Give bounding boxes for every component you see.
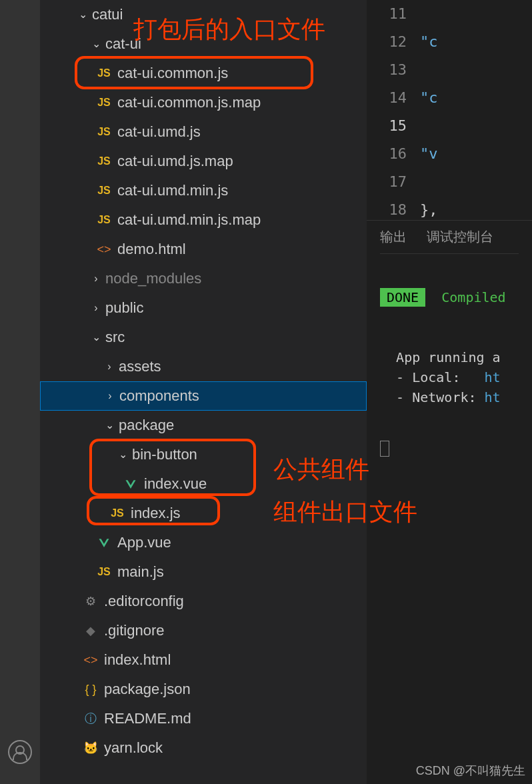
html-icon: <> — [96, 235, 112, 264]
bottom-panel: 输出 调试控制台 DONE Compiled App running a - L… — [367, 220, 532, 784]
editor-area: 11 12 13 14 15 16 17 18 "c "c "v }, "dev… — [367, 0, 532, 784]
file-label: index.vue — [144, 469, 207, 499]
folder-label: components — [119, 381, 199, 411]
code-token: }, — [420, 201, 438, 218]
line-number: 15 — [367, 112, 407, 140]
folder-label: package — [119, 411, 174, 440]
js-icon: JS — [96, 147, 112, 176]
folder-package[interactable]: ⌄ package — [40, 411, 367, 440]
folder-node-modules[interactable]: › node_modules — [40, 264, 367, 293]
file-editorconfig[interactable]: ⚙ .editorconfig — [40, 587, 367, 616]
json-icon: { } — [83, 675, 99, 704]
terminal-line: - Network: — [396, 389, 484, 405]
file-index-vue[interactable]: index.vue — [40, 469, 367, 499]
file-main-js[interactable]: JS main.js — [40, 557, 367, 587]
js-icon: JS — [96, 205, 112, 235]
chevron-down-icon: ⌄ — [103, 411, 116, 440]
yarn-icon: 🐱 — [83, 733, 99, 763]
file-label: index.html — [104, 645, 171, 675]
file-demo-html[interactable]: <> demo.html — [40, 235, 367, 264]
js-icon: JS — [96, 88, 112, 117]
file-cat-ui-common-js-map[interactable]: JS cat-ui.common.js.map — [40, 88, 367, 117]
folder-label: bin-button — [132, 440, 197, 469]
file-gitignore[interactable]: ◆ .gitignore — [40, 616, 367, 645]
folder-components[interactable]: › components — [40, 381, 367, 411]
panel-tabs: 输出 调试控制台 — [380, 221, 519, 254]
file-cat-ui-umd-js-map[interactable]: JS cat-ui.umd.js.map — [40, 147, 367, 176]
vue-icon — [123, 469, 139, 499]
folder-label: assets — [119, 352, 161, 381]
folder-label: catui — [92, 0, 123, 29]
chevron-down-icon: ⌄ — [89, 29, 103, 59]
file-label: cat-ui.common.js — [117, 59, 228, 88]
folder-label: cat-ui — [105, 29, 141, 59]
file-explorer: ⌄ catui ⌄ cat-ui JS cat-ui.common.js JS … — [40, 0, 367, 784]
js-icon: JS — [96, 557, 112, 587]
tab-output[interactable]: 输出 — [380, 224, 407, 250]
tab-debug-console[interactable]: 调试控制台 — [427, 224, 493, 250]
chevron-right-icon: › — [103, 381, 117, 411]
folder-cat-ui[interactable]: ⌄ cat-ui — [40, 29, 367, 59]
file-cat-ui-umd-js[interactable]: JS cat-ui.umd.js — [40, 117, 367, 147]
file-label: cat-ui.umd.js.map — [117, 147, 233, 176]
folder-label: node_modules — [105, 264, 201, 293]
terminal-cursor — [380, 441, 389, 457]
file-label: cat-ui.umd.js — [117, 117, 201, 147]
html-icon: <> — [83, 645, 99, 675]
chevron-down-icon: ⌄ — [89, 323, 103, 352]
code-token: "c — [420, 33, 438, 50]
line-number: 16 — [367, 140, 407, 168]
chevron-down-icon: ⌄ — [76, 0, 89, 29]
file-label: package.json — [104, 675, 191, 704]
line-gutter: 11 12 13 14 15 16 17 18 — [367, 0, 420, 220]
account-icon[interactable] — [8, 740, 32, 764]
file-label: cat-ui.umd.min.js — [117, 176, 228, 205]
git-icon: ◆ — [83, 616, 99, 645]
file-index-js[interactable]: JS index.js — [40, 499, 367, 528]
folder-bin-button[interactable]: ⌄ bin-button — [40, 440, 367, 469]
compiled-text: Compiled — [441, 289, 505, 305]
folder-assets[interactable]: › assets — [40, 352, 367, 381]
info-icon: ⓘ — [83, 704, 99, 733]
file-cat-ui-umd-min-js-map[interactable]: JS cat-ui.umd.min.js.map — [40, 205, 367, 235]
line-number: 12 — [367, 28, 407, 56]
done-badge: DONE — [380, 288, 425, 307]
chevron-right-icon: › — [89, 264, 103, 293]
file-readme[interactable]: ⓘ README.md — [40, 704, 367, 733]
file-label: index.js — [131, 499, 181, 528]
file-index-html[interactable]: <> index.html — [40, 645, 367, 675]
line-number: 18 — [367, 196, 407, 220]
line-number: 14 — [367, 84, 407, 112]
js-icon: JS — [96, 176, 112, 205]
file-yarn-lock[interactable]: 🐱 yarn.lock — [40, 733, 367, 763]
terminal-line: App running a — [396, 349, 501, 365]
file-label: main.js — [117, 557, 164, 587]
file-cat-ui-common-js[interactable]: JS cat-ui.common.js — [40, 59, 367, 88]
folder-label: src — [105, 323, 125, 352]
file-label: App.vue — [117, 528, 171, 557]
js-icon: JS — [96, 59, 112, 88]
folder-public[interactable]: › public — [40, 293, 367, 323]
file-app-vue[interactable]: App.vue — [40, 528, 367, 557]
folder-catui[interactable]: ⌄ catui — [40, 0, 367, 29]
code-content[interactable]: "c "c "v }, "dev "@ "@ "@ — [420, 0, 473, 220]
chevron-right-icon: › — [89, 293, 103, 323]
file-cat-ui-umd-min-js[interactable]: JS cat-ui.umd.min.js — [40, 176, 367, 205]
code-token: "c — [420, 89, 438, 106]
folder-src[interactable]: ⌄ src — [40, 323, 367, 352]
line-number: 17 — [367, 168, 407, 196]
file-label: cat-ui.common.js.map — [117, 88, 261, 117]
terminal-content[interactable]: DONE Compiled App running a - Local: ht … — [380, 254, 519, 482]
vue-icon — [96, 528, 112, 557]
file-package-json[interactable]: { } package.json — [40, 675, 367, 704]
file-label: yarn.lock — [104, 733, 163, 763]
line-number: 13 — [367, 56, 407, 84]
file-label: .gitignore — [104, 616, 165, 645]
js-icon: JS — [109, 499, 125, 528]
chevron-down-icon: ⌄ — [116, 440, 129, 469]
code-token: "v — [420, 145, 438, 162]
line-number: 11 — [367, 0, 407, 28]
folder-label: public — [105, 293, 143, 323]
js-icon: JS — [96, 117, 112, 147]
gear-icon: ⚙ — [83, 587, 99, 616]
